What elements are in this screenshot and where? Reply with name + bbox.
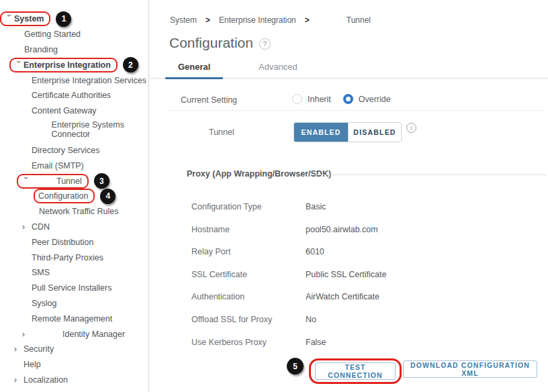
tab-general[interactable]: General xyxy=(178,62,210,72)
disabled-button[interactable]: DISABLED xyxy=(348,123,401,142)
sidebar-item-label: Network Traffic Rules xyxy=(39,207,119,216)
sidebar-item[interactable]: Branding xyxy=(0,42,148,58)
breadcrumb-item[interactable]: Enterprise Integration xyxy=(219,15,296,25)
field-label: Configuration Type xyxy=(191,201,306,212)
annotation-ring: Peer Distribution xyxy=(32,238,93,247)
sidebar-item-label: Getting Started xyxy=(24,30,81,39)
radio-inherit[interactable] xyxy=(292,94,302,104)
sidebar-item[interactable]: Remote Management xyxy=(0,311,148,326)
chevron-icon[interactable]: › xyxy=(22,330,32,338)
sidebar-item[interactable]: Content Gateway xyxy=(0,103,148,119)
chevron-icon[interactable]: › xyxy=(22,223,32,231)
sidebar-item[interactable]: Pull Service Installers xyxy=(0,281,148,296)
field-value: No xyxy=(306,314,316,325)
sidebar-item[interactable]: Email (SMTP) xyxy=(0,158,148,173)
sidebar-item[interactable]: Syslog xyxy=(0,296,148,311)
sidebar-item-label: Certificate Authorities xyxy=(32,91,111,100)
sidebar-item-label: Localization xyxy=(24,375,68,385)
annotation-ring: Remote Management xyxy=(32,314,112,324)
sidebar-item[interactable]: ›Localization xyxy=(0,373,148,388)
annotation-ring: Directory Services xyxy=(32,146,99,155)
sidebar-item-label: Security xyxy=(24,344,54,354)
info-icon[interactable]: i xyxy=(406,123,416,133)
sidebar-item[interactable]: Getting Started xyxy=(0,27,148,42)
sidebar-item-label: Enterprise Integration Services xyxy=(32,76,146,85)
annotation-ring: Getting Started xyxy=(24,30,81,39)
sidebar-item[interactable]: Peer Distribution xyxy=(0,234,148,250)
sidebar-item[interactable]: Enterprise Integration Services xyxy=(0,72,148,88)
radio-inherit-label[interactable]: Inherit xyxy=(308,95,331,104)
sidebar-item[interactable]: Third-Party Proxies xyxy=(0,250,148,265)
breadcrumb-item[interactable]: Tunnel xyxy=(347,15,371,25)
sidebar-item-label: Pull Service Installers xyxy=(32,283,112,293)
download-configuration-xml-button[interactable]: DOWNLOAD CONFIGURATION XML xyxy=(403,360,537,378)
sidebar-item[interactable]: Help xyxy=(0,357,148,373)
step-badge: 2 xyxy=(123,57,138,72)
field-row: Authentication AirWatch Certificate xyxy=(150,291,548,314)
tunnel-label: Tunnel xyxy=(209,128,234,137)
field-label: Authentication xyxy=(191,291,306,302)
chevron-icon[interactable]: › xyxy=(14,345,24,353)
annotation-ring: Branding xyxy=(24,45,58,54)
field-value: False xyxy=(306,337,326,348)
sidebar-item-label: CDN xyxy=(32,222,50,232)
annotation-ring: Enterprise Systems Connector xyxy=(32,120,132,139)
field-value: AirWatch Certificate xyxy=(306,291,379,302)
sidebar-item[interactable]: Configuration 4 xyxy=(0,189,148,204)
field-value: 6010 xyxy=(306,246,324,257)
sidebar-item[interactable]: Directory Services xyxy=(0,143,148,158)
annotation-ring: Help xyxy=(24,360,41,369)
annotation-ring: Pull Service Installers xyxy=(32,283,112,293)
radio-override-label[interactable]: Override xyxy=(359,95,391,104)
field-row: Configuration Type Basic xyxy=(150,201,548,224)
sidebar-item[interactable]: Network Traffic Rules xyxy=(0,204,148,219)
step-badge: 5 xyxy=(287,358,304,375)
sidebar-item[interactable]: Certificate Authorities xyxy=(0,88,148,103)
sidebar-item-label: Tunnel xyxy=(56,177,82,186)
annotation-ring: Content Gateway xyxy=(32,106,97,115)
redacted-gap xyxy=(32,334,62,334)
field-label: SSL Certificate xyxy=(191,269,306,280)
sidebar-item[interactable]: ›System 1 xyxy=(0,11,148,27)
annotation-ring: ›Identity Manager xyxy=(22,330,125,339)
sidebar-item[interactable]: ›Security xyxy=(0,342,148,357)
sidebar-item[interactable]: SMS xyxy=(0,265,148,281)
sidebar-item-label: Third-Party Proxies xyxy=(32,253,103,262)
sidebar-item[interactable]: ›Enterprise Integration 2 xyxy=(0,57,148,72)
row-divider xyxy=(167,110,545,111)
sidebar-item[interactable]: ›CDN xyxy=(0,219,148,235)
chevron-icon[interactable]: › xyxy=(5,14,13,23)
sidebar-item-label: Branding xyxy=(24,45,58,54)
field-label: Use Kerberos Proxy xyxy=(191,337,306,348)
annotation-ring: ›Tunnel xyxy=(17,174,89,189)
current-setting-label: Current Setting xyxy=(181,95,237,105)
enabled-button[interactable]: ENABLED xyxy=(294,123,348,142)
breadcrumb-separator: > xyxy=(205,15,210,25)
annotation-ring: Third-Party Proxies xyxy=(32,253,103,262)
page-title-text: Configuration xyxy=(169,35,253,51)
sidebar-item-label: Enterprise Integration xyxy=(24,60,111,70)
sidebar-item[interactable]: ›Tunnel 3 xyxy=(0,173,148,189)
sidebar-item[interactable]: Enterprise Systems Connector xyxy=(0,119,132,143)
annotation-ring: Certificate Authorities xyxy=(32,91,111,100)
annotation-ring: ›Enterprise Integration xyxy=(9,58,118,72)
radio-override[interactable] xyxy=(343,94,353,104)
annotation-ring: Configuration xyxy=(34,189,95,203)
sidebar-item-label: Syslog xyxy=(32,299,57,308)
chevron-icon[interactable]: › xyxy=(14,376,24,384)
help-icon[interactable]: ? xyxy=(259,38,271,50)
main-content: System>Enterprise Integration>Tunnel Con… xyxy=(150,0,548,392)
annotation-ring: ›Localization xyxy=(14,375,68,385)
field-label: Offload SSL for Proxy xyxy=(191,314,306,325)
tunnel-toggle: ENABLED DISABLED xyxy=(293,122,402,142)
tab-advanced[interactable]: Advanced xyxy=(259,62,298,72)
section-divider xyxy=(312,175,546,175)
breadcrumb-item[interactable]: System xyxy=(170,15,197,25)
chevron-icon[interactable]: › xyxy=(15,60,23,70)
sidebar-item[interactable]: ›Identity Manager xyxy=(0,326,148,342)
chevron-icon[interactable]: › xyxy=(22,177,30,186)
test-connection-button[interactable]: TEST CONNECTION xyxy=(315,362,396,380)
field-label: Relay Port xyxy=(191,246,306,257)
field-row: Hostname pool50.airwlab.com xyxy=(150,224,548,247)
step-badge: 1 xyxy=(56,11,71,27)
